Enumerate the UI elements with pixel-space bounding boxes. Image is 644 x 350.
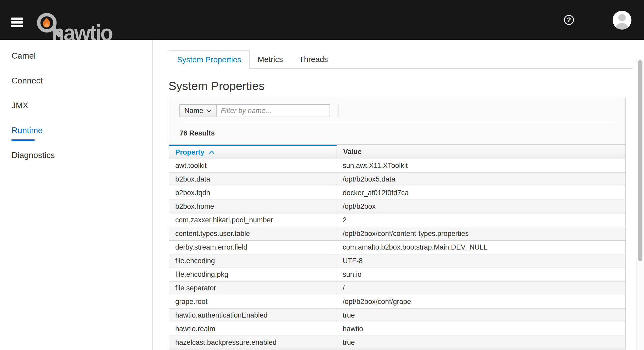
property-cell: file.separator (169, 281, 337, 295)
tab-metrics[interactable]: Metrics (250, 50, 291, 68)
value-cell: UTF-8 (337, 254, 626, 268)
table-row: b2box.home/opt/b2box (169, 200, 626, 213)
tab-threads[interactable]: Threads (291, 50, 336, 68)
filter-card: Name 76 Results (169, 98, 626, 145)
table-row: awt.toolkitsun.awt.X11.XToolkit (169, 159, 626, 173)
system-properties-table: Property Value awt.toolkitsun.awt.X11.XT… (169, 145, 626, 349)
value-cell: com.amalto.b2box.bootstrap.Main.DEV_NULL (337, 241, 626, 254)
tab-label: System Properties (177, 55, 241, 64)
property-cell: b2box.fqdn (169, 186, 337, 200)
table-row: derby.stream.error.fieldcom.amalto.b2box… (169, 241, 626, 254)
column-header-value[interactable]: Value (337, 145, 626, 159)
tab-label: Metrics (258, 55, 283, 64)
sidebar-item-connect[interactable]: Connect (0, 68, 152, 93)
table-row: hawtio.authenticationEnabledtrue (169, 309, 626, 322)
results-count: 76 Results (179, 129, 215, 137)
value-cell: sun.io (337, 268, 626, 281)
value-cell: sun.awt.X11.XToolkit (337, 159, 626, 173)
property-cell: content.types.user.table (169, 227, 337, 241)
sidebar-item-label: JMX (12, 101, 28, 110)
hamburger-icon (11, 18, 23, 20)
table-row: file.encoding.pkgsun.io (169, 268, 626, 281)
value-cell: /opt/b2box/conf/grape (337, 295, 626, 309)
property-cell: hazelcast.backpressure.enabled (169, 336, 337, 349)
filter-attribute-label: Name (184, 107, 203, 115)
property-cell: b2box.data (169, 173, 337, 186)
value-cell: true (337, 336, 626, 349)
table-row: hazelcast.backpressure.enabledtrue (169, 336, 626, 349)
table-body: awt.toolkitsun.awt.X11.XToolkitb2box.dat… (169, 159, 626, 349)
table-row: b2box.fqdndocker_af012f0fd7ca (169, 186, 626, 200)
table-row: b2box.data/opt/b2box5.data (169, 173, 626, 186)
sidebar-item-label: Runtime (12, 126, 43, 135)
sidebar-item-label: Camel (12, 51, 36, 61)
value-cell: true (337, 309, 626, 322)
value-cell: docker_af012f0fd7ca (337, 186, 626, 200)
property-cell: awt.toolkit (169, 159, 337, 173)
scrollbar-track[interactable] (636, 59, 644, 350)
property-cell: com.zaxxer.hikari.pool_number (169, 213, 337, 227)
masthead: hawtio ? (0, 0, 644, 40)
property-cell: b2box.home (169, 200, 337, 213)
table-row: hawtio.realmhawtio (169, 322, 626, 336)
table-row: com.zaxxer.hikari.pool_number2 (169, 213, 626, 227)
user-avatar-button[interactable] (613, 11, 631, 30)
page-title: System Properties (168, 79, 265, 93)
value-cell: /opt/b2box/conf/content-types.properties (337, 227, 626, 241)
filter-input[interactable] (217, 104, 330, 117)
property-cell: hawtio.realm (169, 322, 337, 336)
hawtio-console: hawtio ? CamelConnectJMXRuntimeDiagnosti… (0, 0, 644, 350)
table-row: content.types.user.table/opt/b2box/conf/… (169, 227, 626, 241)
table-row: file.separator/ (169, 281, 626, 295)
menu-toggle-button[interactable] (11, 18, 23, 27)
value-cell: /opt/b2box (337, 200, 626, 213)
column-header-property[interactable]: Property (169, 145, 337, 159)
sort-ascending-icon (208, 150, 215, 154)
chevron-down-icon (206, 109, 212, 112)
property-cell: hawtio.authenticationEnabled (169, 309, 337, 322)
toolbar-divider (338, 104, 338, 117)
column-header-label: Property (175, 148, 204, 156)
sidebar-item-label: Diagnostics (12, 150, 55, 160)
active-nav-indicator (12, 139, 35, 141)
filter-toolbar: Name (179, 104, 338, 117)
sidebar-item-runtime[interactable]: Runtime (0, 118, 152, 143)
sidebar-item-camel[interactable]: Camel (0, 43, 152, 68)
table-row: grape.root/opt/b2box/conf/grape (169, 295, 626, 309)
sidebar-item-label: Connect (12, 76, 43, 86)
property-cell: file.encoding.pkg (169, 268, 337, 281)
table-row: file.encodingUTF-8 (169, 254, 626, 268)
value-cell: hawtio (337, 322, 626, 336)
sidebar-item-jmx[interactable]: JMX (0, 93, 152, 118)
property-cell: derby.stream.error.field (169, 241, 337, 254)
avatar-icon (613, 11, 631, 30)
tab-label: Threads (299, 55, 328, 64)
hamburger-icon (11, 21, 23, 24)
tabs-bar: System PropertiesMetricsThreads (169, 50, 632, 69)
help-button[interactable]: ? (564, 15, 574, 25)
table-header-row: Property Value (169, 145, 626, 159)
scrollbar-thumb[interactable] (638, 60, 642, 261)
value-cell: / (337, 281, 626, 295)
filter-attribute-dropdown[interactable]: Name (179, 104, 217, 117)
hamburger-icon (11, 25, 23, 27)
property-cell: grape.root (169, 295, 337, 309)
tab-system-properties[interactable]: System Properties (169, 50, 250, 69)
property-cell: file.encoding (169, 254, 337, 268)
value-cell: 2 (337, 213, 626, 227)
brand-logo[interactable]: hawtio (37, 10, 162, 37)
sidebar-nav-list: CamelConnectJMXRuntimeDiagnostics (0, 40, 152, 168)
sidebar-nav: CamelConnectJMXRuntimeDiagnostics (0, 40, 153, 350)
value-cell: /opt/b2box5.data (337, 173, 626, 186)
sidebar-item-diagnostics[interactable]: Diagnostics (0, 143, 152, 168)
toolbar-separator-line (179, 122, 615, 122)
question-mark-icon: ? (567, 16, 571, 24)
column-header-label: Value (343, 148, 362, 156)
